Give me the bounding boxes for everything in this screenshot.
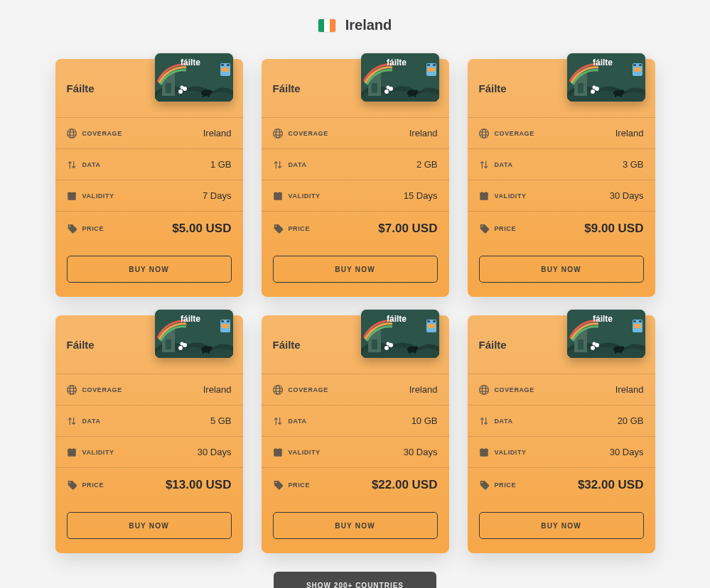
data-label: DATA <box>82 418 101 425</box>
price-label: PRICE <box>289 481 311 489</box>
svg-rect-16 <box>68 449 75 451</box>
esim-card-image <box>567 310 645 358</box>
svg-rect-13 <box>485 191 486 193</box>
svg-rect-6 <box>274 192 281 195</box>
calendar-icon <box>479 191 489 201</box>
buy-now-button[interactable]: BUY NOW <box>67 512 232 539</box>
esim-card-image <box>155 53 233 102</box>
price-value: $9.00 USD <box>584 222 643 236</box>
svg-rect-27 <box>481 447 482 450</box>
price-label: PRICE <box>82 481 104 489</box>
data-label: DATA <box>289 161 307 168</box>
plan-title: Fáilte <box>479 82 507 94</box>
coverage-label: COVERAGE <box>495 386 534 393</box>
globe-icon <box>273 129 283 138</box>
data-arrows-icon <box>273 416 283 426</box>
coverage-value: Ireland <box>615 384 644 395</box>
data-label: DATA <box>495 161 513 168</box>
coverage-label: COVERAGE <box>289 130 328 137</box>
coverage-value: Ireland <box>615 128 644 138</box>
data-label: DATA <box>289 418 307 425</box>
coverage-value: Ireland <box>203 384 232 395</box>
validity-value: 30 Days <box>198 447 232 457</box>
calendar-icon <box>67 191 77 201</box>
data-label: DATA <box>82 161 101 168</box>
plan-card: Fáilte COVERAGE Ireland DATA 1 GB VALIDI… <box>55 59 243 297</box>
price-value: $5.00 USD <box>172 222 231 236</box>
esim-card-image <box>361 310 439 358</box>
price-tag-icon <box>479 480 489 490</box>
coverage-label: COVERAGE <box>82 386 122 393</box>
validity-label: VALIDITY <box>495 449 527 456</box>
coverage-label: COVERAGE <box>495 130 534 137</box>
plan-grid: Fáilte COVERAGE Ireland DATA 1 GB VALIDI… <box>0 59 710 553</box>
svg-rect-8 <box>279 191 280 193</box>
price-tag-icon <box>479 224 489 234</box>
globe-icon <box>479 129 489 138</box>
price-tag-icon <box>67 224 77 234</box>
calendar-icon <box>273 447 283 457</box>
price-label: PRICE <box>82 225 104 232</box>
svg-rect-23 <box>279 447 280 450</box>
validity-value: 30 Days <box>610 447 644 457</box>
price-label: PRICE <box>495 481 517 489</box>
svg-rect-7 <box>275 191 276 193</box>
buy-now-button[interactable]: BUY NOW <box>273 256 438 283</box>
buy-now-button[interactable]: BUY NOW <box>479 512 644 539</box>
svg-rect-3 <box>73 191 74 193</box>
globe-icon <box>67 385 77 395</box>
validity-label: VALIDITY <box>289 449 321 456</box>
svg-rect-11 <box>480 192 488 195</box>
data-value: 10 GB <box>412 415 438 426</box>
svg-rect-1 <box>68 192 75 195</box>
data-value: 3 GB <box>623 159 644 170</box>
price-tag-icon <box>273 224 283 234</box>
svg-rect-18 <box>73 447 74 450</box>
plan-card: Fáilte COVERAGE Ireland DATA 2 GB VALIDI… <box>262 59 449 297</box>
buy-now-button[interactable]: BUY NOW <box>67 256 232 283</box>
price-value: $7.00 USD <box>378 222 437 236</box>
data-value: 1 GB <box>210 159 232 170</box>
data-arrows-icon <box>273 160 283 170</box>
globe-icon <box>273 385 283 395</box>
price-tag-icon <box>273 480 283 490</box>
data-value: 5 GB <box>210 415 232 426</box>
plan-card: Fáilte COVERAGE Ireland DATA 3 GB VALIDI… <box>468 59 655 297</box>
globe-icon <box>67 129 77 138</box>
buy-now-button[interactable]: BUY NOW <box>479 256 644 283</box>
price-value: $13.00 USD <box>166 478 232 492</box>
buy-now-button[interactable]: BUY NOW <box>273 512 438 539</box>
svg-rect-12 <box>481 191 482 193</box>
data-label: DATA <box>495 418 513 425</box>
price-value: $32.00 USD <box>578 478 644 492</box>
coverage-value: Ireland <box>409 128 438 138</box>
price-label: PRICE <box>289 225 311 232</box>
plan-card: Fáilte COVERAGE Ireland DATA 5 GB VALIDI… <box>55 315 243 553</box>
price-label: PRICE <box>495 225 517 232</box>
ireland-flag-icon <box>318 19 335 32</box>
coverage-label: COVERAGE <box>82 130 122 137</box>
plan-title: Fáilte <box>273 82 301 94</box>
plan-title: Fáilte <box>273 339 301 351</box>
plan-card: Fáilte COVERAGE Ireland DATA 20 GB VALID… <box>468 315 655 553</box>
svg-rect-21 <box>274 449 281 451</box>
plan-title: Fáilte <box>67 82 95 94</box>
svg-rect-22 <box>275 447 276 450</box>
country-title: Ireland <box>345 17 392 33</box>
data-value: 2 GB <box>416 159 438 170</box>
svg-rect-26 <box>480 449 488 451</box>
esim-card-image <box>361 53 439 102</box>
svg-rect-17 <box>69 447 70 450</box>
calendar-icon <box>479 447 489 457</box>
price-value: $22.00 USD <box>372 478 438 492</box>
price-tag-icon <box>67 480 77 490</box>
show-more-countries-button[interactable]: SHOW 200+ COUNTRIES <box>274 572 436 588</box>
plan-title: Fáilte <box>479 339 507 351</box>
esim-card-image <box>567 53 645 102</box>
svg-rect-28 <box>485 447 486 450</box>
calendar-icon <box>67 447 77 457</box>
esim-card-image <box>155 310 233 358</box>
validity-value: 15 Days <box>404 190 438 201</box>
data-arrows-icon <box>67 416 77 426</box>
validity-label: VALIDITY <box>289 192 321 200</box>
